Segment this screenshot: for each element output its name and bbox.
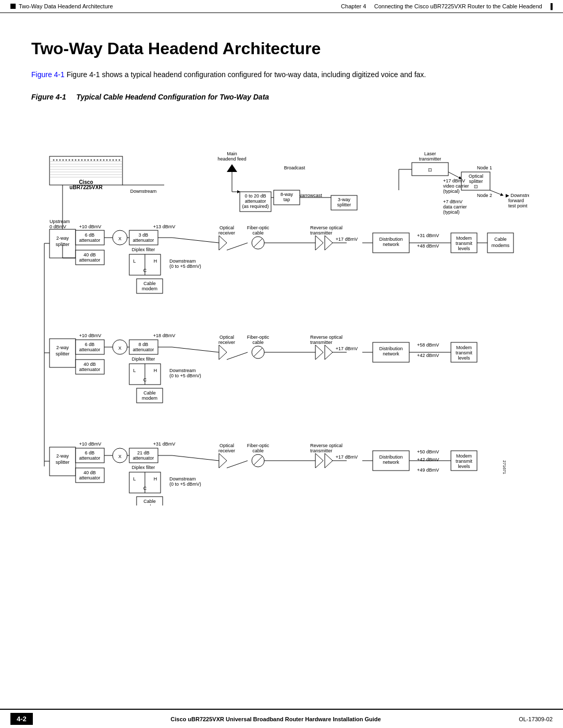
- svg-point-23: [100, 159, 102, 161]
- svg-point-13: [69, 159, 70, 161]
- svg-text:6 dB: 6 dB: [85, 342, 95, 347]
- footer-page-number: 4-2: [10, 713, 33, 725]
- svg-text:modem: modem: [142, 504, 157, 505]
- svg-point-15: [75, 159, 77, 161]
- svg-text:tap: tap: [284, 197, 290, 202]
- svg-text:8-way: 8-way: [280, 192, 293, 197]
- svg-text:attenuator: attenuator: [79, 238, 101, 243]
- svg-point-16: [78, 159, 80, 161]
- svg-text:Distribution: Distribution: [379, 237, 402, 242]
- svg-text:splitter: splitter: [469, 179, 483, 184]
- intro-text: Figure 4-1 Figure 4-1 shows a typical he…: [31, 69, 448, 80]
- svg-line-133: [172, 238, 219, 243]
- figure-link[interactable]: Figure 4-1: [31, 70, 65, 79]
- svg-text:receiver: receiver: [218, 448, 235, 453]
- svg-line-134: [227, 243, 248, 250]
- svg-text:+49 dBmV: +49 dBmV: [417, 467, 439, 473]
- svg-text:Cable: Cable: [143, 281, 156, 286]
- footer: 4-2 Cisco uBR7225VXR Universal Broadband…: [0, 709, 563, 728]
- svg-text:cable: cable: [252, 448, 264, 453]
- svg-text:Node 2: Node 2: [477, 193, 492, 198]
- header-bar: Two-Way Data Headend Architecture Chapte…: [0, 0, 563, 13]
- svg-text:+42 dBmV: +42 dBmV: [417, 353, 439, 358]
- svg-marker-226: [219, 453, 227, 468]
- svg-point-25: [106, 159, 108, 161]
- svg-text:3-way: 3-way: [338, 197, 351, 202]
- footer-doc-number: OL-17309-02: [519, 716, 553, 722]
- svg-text:3 dB: 3 dB: [139, 232, 149, 238]
- svg-text:(0 to +5 dBmV): (0 to +5 dBmV): [169, 482, 201, 487]
- svg-text:video carrier: video carrier: [443, 183, 469, 189]
- svg-text:data carrier: data carrier: [443, 204, 467, 209]
- svg-point-19: [88, 159, 89, 161]
- svg-text:+17 dBmV: +17 dBmV: [443, 178, 465, 183]
- header-left: Two-Way Data Headend Architecture: [10, 3, 113, 9]
- svg-marker-232: [325, 453, 333, 468]
- svg-point-22: [97, 159, 99, 161]
- svg-marker-231: [315, 453, 323, 468]
- svg-marker-34: [227, 164, 237, 172]
- svg-text:40 dB: 40 dB: [83, 470, 96, 475]
- figure-caption: Figure 4-1 Typical Cable Headend Configu…: [31, 93, 532, 101]
- svg-point-28: [116, 159, 117, 161]
- figure-caption-text: Typical Cable Headend Configuration for …: [76, 93, 269, 101]
- svg-text:cable: cable: [252, 230, 264, 236]
- svg-text:L: L: [133, 476, 136, 482]
- svg-text:H: H: [154, 258, 157, 264]
- svg-text:Reverse optical: Reverse optical: [310, 335, 342, 340]
- svg-line-250: [227, 461, 248, 468]
- svg-point-17: [81, 159, 83, 161]
- svg-text:2-way: 2-way: [56, 453, 69, 459]
- header-right: Chapter 4 Connecting the Cisco uBR7225VX…: [341, 3, 553, 9]
- svg-text:splitter: splitter: [337, 202, 351, 207]
- svg-text:6 dB: 6 dB: [85, 450, 95, 455]
- svg-text:271671: 271671: [502, 461, 507, 475]
- svg-text:cable: cable: [252, 340, 264, 345]
- svg-point-14: [72, 159, 74, 161]
- svg-marker-113: [325, 236, 333, 250]
- svg-text:Fiber-optic: Fiber-optic: [247, 335, 270, 340]
- svg-text:8 dB: 8 dB: [139, 342, 149, 347]
- svg-text:C: C: [143, 268, 147, 273]
- svg-text:Cable: Cable: [143, 499, 156, 504]
- svg-text:+17 dBmV: +17 dBmV: [336, 346, 358, 351]
- svg-text:uBR7225VXR: uBR7225VXR: [69, 184, 103, 190]
- svg-text:Upstream: Upstream: [50, 219, 70, 224]
- svg-text:C: C: [143, 377, 147, 382]
- svg-text:Reverse optical: Reverse optical: [310, 225, 342, 230]
- svg-text:splitter: splitter: [56, 351, 70, 356]
- svg-text:attenuator: attenuator: [133, 238, 154, 243]
- svg-point-8: [53, 159, 55, 161]
- svg-line-191: [172, 347, 219, 352]
- svg-marker-169: [219, 345, 227, 360]
- svg-point-9: [56, 159, 58, 161]
- svg-text:transmit: transmit: [456, 459, 473, 464]
- svg-text:Modem: Modem: [456, 453, 472, 459]
- svg-text:6 dB: 6 dB: [85, 232, 95, 238]
- svg-line-249: [172, 455, 219, 461]
- svg-text:(as required): (as required): [242, 204, 268, 209]
- svg-text:network: network: [383, 242, 399, 247]
- svg-text:L: L: [133, 258, 136, 264]
- svg-text:Optical: Optical: [219, 225, 234, 230]
- header-rule-icon: ▐: [548, 3, 553, 9]
- svg-text:+10 dBmV: +10 dBmV: [79, 333, 101, 338]
- svg-text:X: X: [118, 346, 121, 351]
- svg-text:Diplex filter: Diplex filter: [132, 356, 155, 362]
- svg-point-10: [59, 159, 61, 161]
- svg-text:+13 dBmV: +13 dBmV: [153, 224, 175, 229]
- svg-text:2-way: 2-way: [56, 236, 69, 241]
- svg-text:21 dB: 21 dB: [137, 450, 150, 455]
- svg-text:+42 dBmV: +42 dBmV: [417, 457, 439, 462]
- svg-text:Reverse optical: Reverse optical: [310, 443, 342, 448]
- svg-text:attenuator: attenuator: [133, 347, 154, 352]
- svg-text:Node 1: Node 1: [477, 165, 492, 170]
- page-content: Two-Way Data Headend Architecture Figure…: [0, 13, 563, 526]
- svg-line-192: [227, 352, 248, 360]
- svg-text:attenuator: attenuator: [79, 367, 101, 372]
- svg-text:attenuator: attenuator: [79, 455, 101, 461]
- svg-text:transmitter: transmitter: [310, 448, 333, 453]
- svg-marker-174: [315, 345, 323, 360]
- svg-text:+17 dBmV: +17 dBmV: [336, 237, 358, 242]
- svg-text:H: H: [154, 368, 157, 373]
